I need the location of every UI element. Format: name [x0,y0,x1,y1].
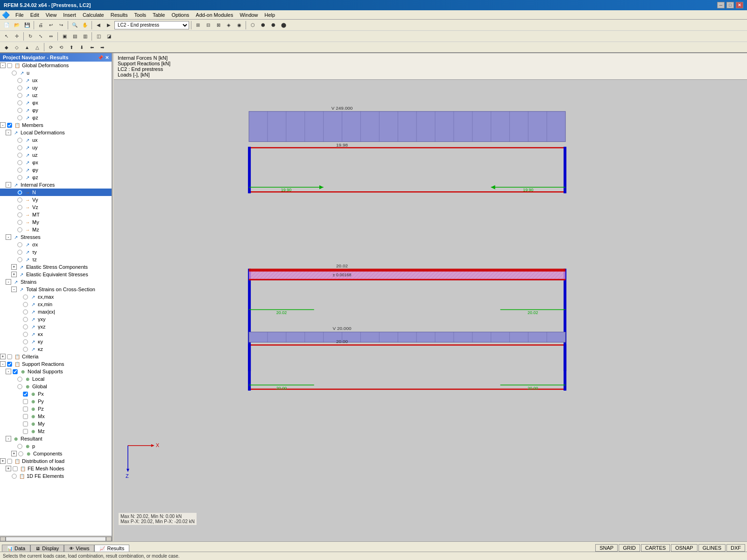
radio-lox[interactable] [17,160,22,165]
glines-btn[interactable]: GLINES [698,544,726,552]
move-btn[interactable]: ✛ [12,32,21,41]
tree-node-ty[interactable]: ↗τy [0,248,112,256]
radio-luy[interactable] [17,145,22,150]
tree-node-Mx[interactable]: ⊕Mx [0,413,112,420]
lc-select[interactable]: LC2 - End prestress [114,21,189,29]
tree-node-dist-load[interactable]: +📋Distribution of load [0,457,112,465]
minimize-btn[interactable]: ─ [717,2,725,8]
tree-node-oy[interactable]: ↗φy [0,106,112,114]
scale-btn[interactable]: ⤡ [36,32,45,41]
checkbox-dist-load[interactable] [7,459,12,463]
menu-window[interactable]: Window [237,12,261,18]
tree-node-Mz2[interactable]: ⊕Mz [0,427,112,435]
tree-node-local-deformations[interactable]: -↗Local Deformations [0,129,112,136]
view-front[interactable]: ▣ [60,32,69,41]
expand-icon[interactable]: + [11,451,17,456]
tab-data[interactable]: 📊 Data [2,545,30,552]
cartes-btn[interactable]: CARTES [641,544,670,552]
expand-icon[interactable]: + [0,458,6,464]
redo-btn[interactable]: ↪ [56,21,66,30]
dxf-btn[interactable]: DXF [726,544,745,552]
tree-node-uz[interactable]: ↗uz [0,91,112,99]
expand-icon[interactable]: - [6,279,11,285]
radio-N[interactable] [17,190,22,195]
expand-icon[interactable]: - [6,182,11,188]
radio-u[interactable] [12,70,16,75]
menu-options[interactable]: Options [169,12,192,18]
tree-node-ky[interactable]: ↗κy [0,338,112,345]
checkbox-Mz2[interactable] [23,429,28,434]
tree-node-loy[interactable]: ↗φy [0,166,112,174]
tree-node-kx[interactable]: ↗κx [0,330,112,338]
expand-icon[interactable]: - [6,130,11,135]
pan-btn[interactable]: ✋ [80,21,90,30]
checkbox-My2[interactable] [23,421,28,426]
tree-node-Py[interactable]: ⊕Py [0,398,112,405]
expand-icon[interactable]: + [11,264,17,270]
checkbox-fe-mesh-nodes[interactable] [13,466,17,471]
radio-ky[interactable] [23,339,28,344]
tree-node-elastic-stress[interactable]: +↗Elastic Stress Components [0,263,112,271]
result-icon-7[interactable]: ⬆ [67,42,76,52]
tree-node-Mz[interactable]: →Mz [0,226,112,233]
tree-node-ox[interactable]: ↗φx [0,99,112,106]
tree-node-lox[interactable]: ↗φx [0,159,112,166]
save-btn[interactable]: 💾 [22,21,32,30]
radio-tz[interactable] [17,257,22,262]
tree-node-criteria[interactable]: +📋Criteria [0,353,112,360]
tree-node-Vz[interactable]: →Vz [0,203,112,211]
tb-icon-2[interactable]: ⊟ [204,21,213,30]
tb-icon-6[interactable]: ⬡ [248,21,257,30]
expand-icon[interactable]: - [0,361,6,367]
tb-icon-3[interactable]: ⊠ [214,21,223,30]
tree-node-u[interactable]: ↗u [0,69,112,77]
checkbox-Py[interactable] [23,399,28,404]
tb-icon-4[interactable]: ◈ [224,21,233,30]
menu-table[interactable]: Table [150,12,168,18]
tree-node-nodal-supports[interactable]: -⊕Nodal Supports [0,368,112,375]
radio-sx[interactable] [17,242,22,247]
tab-views[interactable]: 👁 Views [64,545,94,552]
expand-icon[interactable]: - [0,63,6,68]
tree-node-oz[interactable]: ↗φz [0,114,112,121]
expand-icon[interactable]: - [6,234,11,240]
result-icon-4[interactable]: △ [33,42,42,52]
tree-node-support-reactions[interactable]: -📋Support Reactions [0,360,112,368]
tree-node-yxz[interactable]: ↗γxz [0,323,112,330]
new-btn[interactable]: 📄 [2,21,11,30]
tree-node-p[interactable]: ⊕p [0,442,112,450]
radio-uz[interactable] [17,93,22,98]
tree-node-elastic-equiv[interactable]: +↗Elastic Equivalent Stresses [0,271,112,278]
tb-icon-7[interactable]: ⬢ [258,21,268,30]
radio-kx[interactable] [23,332,28,336]
radio-kz[interactable] [23,347,28,351]
checkbox-Pz[interactable] [23,406,28,411]
menu-tools[interactable]: Tools [131,12,149,18]
tree-node-Px[interactable]: ⊕Px [0,390,112,398]
wire-btn[interactable]: ◪ [104,32,113,41]
menu-addons[interactable]: Add-on Modules [193,12,236,18]
expand-icon[interactable]: + [6,466,11,471]
radio-My[interactable] [17,220,22,224]
tree-node-global-deformations[interactable]: -📋Global Deformations [0,62,112,69]
radio-loz[interactable] [17,175,22,180]
tree-node-total-strains[interactable]: -↗Total Strains on Cross-Section [0,286,112,293]
print-btn[interactable]: 🖨 [36,21,45,30]
tree-node-exmin[interactable]: ↗εx,min [0,301,112,308]
shade-btn[interactable]: ◫ [94,32,103,41]
nav-right[interactable]: ▶ [104,21,113,30]
osnap-btn[interactable]: OSNAP [671,544,698,552]
tb-icon-8[interactable]: ⬣ [268,21,278,30]
menu-view[interactable]: View [43,12,60,18]
tb-icon-1[interactable]: ⊞ [193,21,203,30]
tree-node-Pz[interactable]: ⊕Pz [0,405,112,413]
radio-uy[interactable] [17,85,22,90]
tree-node-My[interactable]: →My [0,218,112,226]
maximize-btn[interactable]: □ [726,2,734,8]
radio-MT[interactable] [17,212,22,217]
nav-left[interactable]: ◀ [94,21,103,30]
checkbox-criteria[interactable] [7,354,12,359]
canvas-area[interactable]: V 249.000 [114,80,747,541]
result-icon-9[interactable]: ⬅ [87,42,97,52]
expand-icon[interactable]: - [11,287,17,292]
